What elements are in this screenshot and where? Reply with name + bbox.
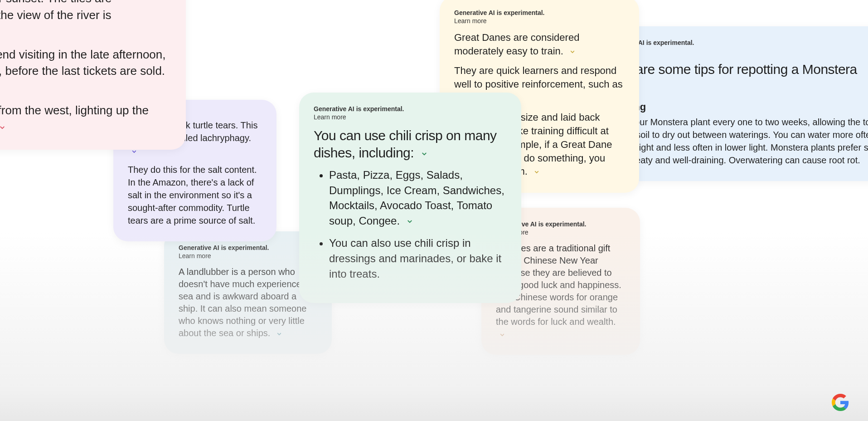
experimental-label: Generative AI is experimental. [179, 244, 317, 251]
card-title: You can use chili crisp on many dishes, … [314, 127, 507, 161]
learn-more-link[interactable]: Learn more [179, 252, 317, 259]
list-item: Pasta, Pizza, Eggs, Salads, Dumplings, I… [329, 167, 507, 228]
text: They do this for the salt content. In th… [128, 165, 257, 225]
bullet-list: Pasta, Pizza, Eggs, Salads, Dumplings, I… [314, 167, 507, 281]
paragraph: Great Danes are considered moderately ea… [454, 31, 625, 58]
learn-more-link[interactable]: Learn more [454, 17, 625, 24]
text: The sun shines from the west, lighting u… [0, 103, 149, 133]
text: A landlubber is a person who doesn't hav… [179, 267, 311, 338]
text: Pasta, Pizza, Eggs, Salads, Dumplings, I… [329, 169, 504, 227]
paragraph: Water your Monstera plant every one to t… [604, 116, 868, 166]
chevron-down-icon[interactable] [276, 330, 283, 338]
paragraph: They do this for the salt content. In th… [128, 163, 262, 227]
card-title: Here are some tips for repotting a Monst… [604, 61, 868, 95]
experimental-label: Generative AI is experimental. [604, 39, 868, 46]
text: Some say the best time to visit Wat Arun… [0, 0, 138, 38]
card-chili-crisp: Generative AI is experimental. Learn mor… [299, 93, 521, 303]
chevron-down-icon[interactable] [499, 331, 506, 338]
chevron-down-icon[interactable] [569, 48, 576, 55]
card-subheading: Watering [604, 101, 868, 113]
text: Others recommend visiting in the late af… [0, 48, 166, 78]
card-wat-arun: Some say the best time to visit Wat Arun… [0, 0, 186, 150]
learn-more-link[interactable]: Learn more [314, 113, 507, 121]
chevron-down-icon[interactable] [0, 123, 6, 132]
text: You can also use chili crisp in dressing… [329, 237, 501, 279]
chevron-down-icon[interactable] [420, 150, 428, 158]
paragraph: The sun shines from the west, lighting u… [0, 102, 171, 135]
paragraph: A landlubber is a person who doesn't hav… [179, 266, 317, 339]
chevron-down-icon[interactable] [406, 217, 414, 225]
experimental-label: Generative AI is experimental. [314, 105, 507, 113]
chevron-down-icon[interactable] [533, 168, 540, 176]
title-text: You can use chili crisp on many dishes, … [314, 128, 497, 160]
experimental-label: Generative AI is experimental. [454, 9, 625, 16]
paragraph: Others recommend visiting in the late af… [0, 46, 171, 96]
google-logo-icon [832, 394, 849, 411]
list-item: You can also use chili crisp in dressing… [329, 235, 507, 281]
paragraph: Some say the best time to visit Wat Arun… [0, 0, 171, 40]
text: Great Danes are considered moderately ea… [454, 32, 579, 57]
learn-more-link[interactable]: Learn more [604, 47, 868, 54]
